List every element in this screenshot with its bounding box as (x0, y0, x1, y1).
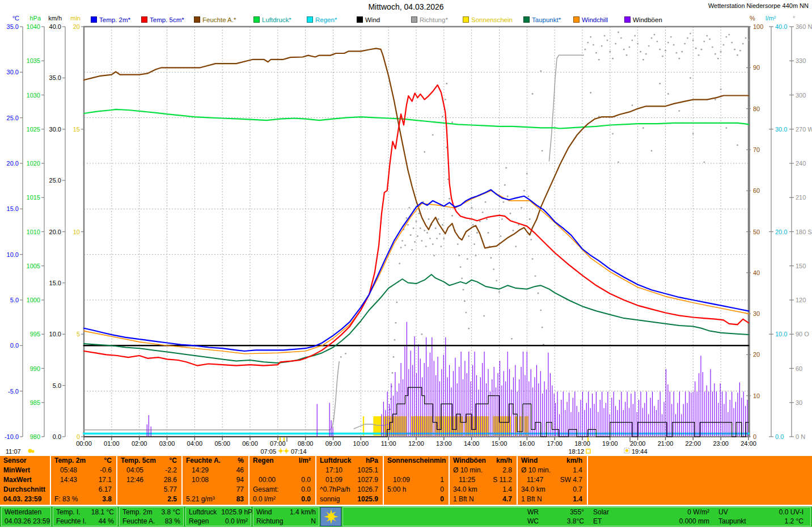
table-row: LuftdruckhPa (316, 456, 383, 466)
status-label: Wind (256, 508, 272, 517)
cell-value: 1025.9 (357, 495, 383, 504)
cell-label: Regen (249, 456, 274, 466)
svg-text:22:00: 22:00 (686, 440, 701, 447)
cell-value: 2.5 (167, 495, 181, 504)
cell-value (311, 466, 315, 475)
cell-label: 01:09 (316, 475, 342, 485)
cell-value: 1027.9 (357, 475, 383, 485)
cell-label: Sensor (0, 456, 27, 466)
cell-value: 94 (236, 475, 248, 485)
cell-label: Luftdruck (316, 456, 351, 466)
table-row: Sensor (0, 456, 50, 466)
status-row: Luftdruck1025.9 hPa (189, 508, 248, 517)
svg-text:02:00: 02:00 (132, 440, 147, 447)
cell-label: 34.0 km (450, 485, 477, 495)
svg-text:15.0: 15.0 (7, 205, 19, 212)
cell-label: 14:43 (51, 475, 77, 485)
table-row: 1 Bft N4.7 (450, 495, 517, 504)
svg-text:hPa: hPa (29, 15, 41, 22)
svg-text:30: 30 (753, 310, 760, 317)
cell-label: 0.0 l/m² (249, 495, 276, 504)
table-row (249, 466, 315, 475)
cell-value: 77 (236, 485, 248, 495)
table-row: F: 83 %3.8 (51, 495, 116, 504)
table-row: 10:0894 (183, 475, 248, 485)
svg-text:1000: 1000 (27, 297, 40, 303)
svg-text:01:00: 01:00 (104, 440, 120, 447)
axis-deg: °360 N330300270 W240210180 S15012090 O60… (789, 15, 812, 440)
svg-text:240: 240 (796, 160, 806, 167)
table-row: 05:48-0.6 (51, 466, 116, 475)
cell-label: 1 Bft N (518, 495, 542, 504)
table-row: 34.0 km1.4 (450, 485, 517, 495)
cell-label: 34.0 km (518, 485, 545, 495)
cell-label: 04:05 (117, 466, 143, 475)
cell-value: l/m² (299, 456, 315, 466)
cell-label: 1 Bft N (450, 495, 474, 504)
status-row: 04.03.26 23:59 (5, 517, 48, 526)
cell-value: 1.4 (502, 485, 517, 495)
status-value: 83 % (160, 517, 180, 526)
cell-label: 10:09 (384, 475, 410, 485)
status-row: WR355° (527, 508, 584, 517)
status-row: WC3.8°C (527, 517, 584, 526)
status-label: Taupunkt (718, 517, 746, 526)
status-row: Feuchte I.44 % (56, 517, 114, 526)
status-label: Richtung (256, 517, 283, 526)
cell-value: 1.4 (573, 466, 587, 475)
table-row: Temp. 2m°C (51, 456, 116, 466)
cell-value: 0.0 (301, 495, 315, 504)
svg-text:20:00: 20:00 (630, 440, 646, 447)
cell-value: 1 (440, 475, 449, 485)
axis-kmh: km/h40.035.030.025.020.015.010.05.00.0 (48, 15, 65, 440)
svg-text:11:07: 11:07 (6, 448, 21, 455)
table-row: 1 Bft N1.4 (518, 495, 587, 504)
svg-text:15.0: 15.0 (49, 280, 61, 286)
status-value: 18.1 °C (87, 508, 114, 517)
svg-text:40: 40 (753, 269, 760, 276)
cell-label: Durchschnitt (0, 485, 45, 495)
status-label: 04.03.26 23:59 (5, 517, 50, 526)
svg-text:10.0: 10.0 (7, 251, 19, 258)
status-row: UV0.0 UV-I (718, 508, 803, 517)
svg-text:180 S: 180 S (796, 229, 812, 235)
cell-value: 1026.7 (357, 485, 383, 495)
weather-station-window: Mittwoch, 04.03.2026 Wetterstation Niede… (0, 0, 812, 528)
svg-text:5: 5 (77, 331, 80, 337)
cell-label (249, 466, 253, 475)
svg-text:18:12: 18:12 (568, 448, 584, 455)
cell-label (384, 466, 387, 475)
table-column-windboeen: Windböenkm/hØ 10 min.2.811:25S 11.234.0 … (450, 456, 518, 505)
status-group-wr-wc: WR355°WC3.8°C (523, 508, 589, 526)
series-richtung (84, 32, 749, 430)
table-row: 5.77 (117, 485, 181, 495)
table-row: sonnig1025.9 (316, 495, 383, 504)
cell-value (45, 485, 50, 495)
svg-text:30.0: 30.0 (49, 126, 61, 133)
cell-value: -2.2 (165, 466, 181, 475)
table-row: Windböenkm/h (450, 456, 517, 466)
svg-text:-10.0: -10.0 (5, 433, 19, 440)
svg-text:80: 80 (753, 105, 760, 112)
svg-text:30: 30 (796, 399, 802, 406)
status-label: Luftdruck (189, 508, 217, 517)
status-value: 355° (565, 508, 584, 517)
table-column-luftdruck: LuftdruckhPa17:101025.101:091027.9^0.7hP… (316, 456, 384, 505)
table-row: 12:4628.6 (117, 475, 181, 485)
status-label: Solar (593, 508, 609, 517)
axis-hPa: hPa1040103510301025102010151010100510009… (27, 15, 44, 440)
svg-text:10: 10 (73, 229, 80, 235)
cell-value (45, 495, 50, 504)
table-row: 2.5 (117, 495, 181, 504)
table-row: MaxWert (0, 475, 50, 485)
svg-text:1035: 1035 (27, 57, 40, 64)
svg-text:14:00: 14:00 (464, 440, 480, 447)
svg-text:150: 150 (796, 263, 806, 269)
cell-label: 17:10 (316, 466, 342, 475)
status-cell-druck-regen: Luftdruck1025.9 hPaRegen0.0 l/m² (185, 507, 251, 526)
status-value: 44 % (94, 517, 114, 526)
svg-text:00:00: 00:00 (76, 440, 92, 447)
cell-label: Feuchte A. (183, 456, 221, 466)
table-filler (588, 456, 812, 505)
axis-tempC: °C35.030.025.020.015.010.05.00.0-5.0-10.… (5, 15, 23, 440)
